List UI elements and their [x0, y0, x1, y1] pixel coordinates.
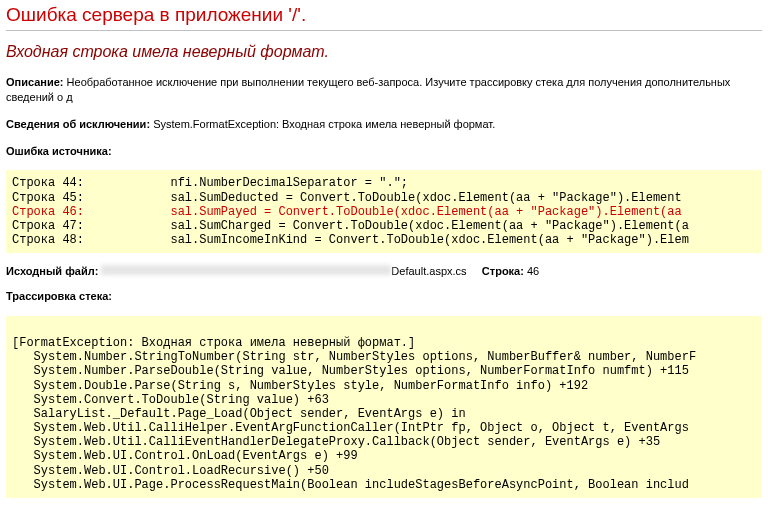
source-line-number: 46	[527, 265, 539, 277]
redacted-path: xxxxxxxxxxxxxxxxxxxxxxxxxxxxxxxxxxxxxxxx	[101, 265, 391, 275]
error-page: Ошибка сервера в приложении '/'. Входная…	[0, 0, 768, 508]
source-error-label-row: Ошибка источника:	[6, 144, 762, 159]
source-line-label: Строка:	[482, 265, 524, 277]
divider	[6, 30, 762, 31]
page-title: Ошибка сервера в приложении '/'.	[6, 4, 762, 26]
description-row: Описание: Необработанное исключение при …	[6, 75, 762, 105]
source-file-suffix: Default.aspx.cs	[391, 265, 466, 277]
source-error-pre: Строка 44: nfi.NumberDecimalSeparator = …	[6, 174, 762, 249]
source-error-label: Ошибка источника:	[6, 145, 112, 157]
exception-details-text: System.FormatException: Входная строка и…	[153, 118, 495, 130]
description-label: Описание:	[6, 76, 64, 88]
source-error-codebox: Строка 44: nfi.NumberDecimalSeparator = …	[6, 170, 762, 253]
stack-trace-label: Трассировка стека:	[6, 290, 112, 302]
stack-trace-codebox: [FormatException: Входная строка имела н…	[6, 316, 762, 498]
exception-message-heading: Входная строка имела неверный формат.	[6, 43, 762, 61]
description-text: Необработанное исключение при выполнении…	[6, 76, 730, 103]
stack-trace-label-row: Трассировка стека:	[6, 289, 762, 304]
exception-details-label: Сведения об исключении:	[6, 118, 150, 130]
source-file-row: Исходный файл: xxxxxxxxxxxxxxxxxxxxxxxxx…	[6, 265, 762, 277]
source-file-label: Исходный файл:	[6, 265, 98, 277]
exception-details-row: Сведения об исключении: System.FormatExc…	[6, 117, 762, 132]
stack-trace-pre: [FormatException: Входная строка имела н…	[6, 320, 762, 494]
